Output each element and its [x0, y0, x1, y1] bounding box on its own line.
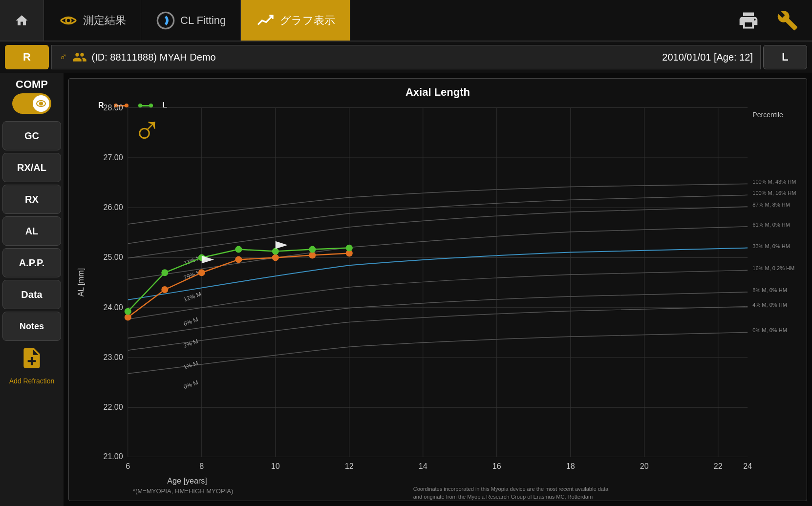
patient-id-name: (ID: 88111888) MYAH Demo — [92, 52, 216, 63]
sidebar-rxal-button[interactable]: RX/AL — [2, 153, 61, 182]
svg-text:0% M, 0% HM: 0% M, 0% HM — [752, 327, 787, 333]
svg-text:27.00: 27.00 — [103, 153, 123, 162]
graph-nav-label: グラフ表示 — [280, 13, 335, 28]
svg-point-72 — [125, 308, 131, 315]
svg-text:6% M: 6% M — [183, 316, 199, 327]
patient-header: R ♂ (ID: 88111888) MYAH Demo 2010/01/01 … — [0, 42, 812, 73]
svg-text:14: 14 — [419, 463, 427, 471]
graph-nav-item[interactable]: グラフ表示 — [241, 0, 350, 41]
svg-text:and  originate from the Myopia: and originate from the Myopia Research G… — [413, 494, 593, 500]
sidebar-data-button[interactable]: Data — [2, 280, 61, 309]
svg-text:25.00: 25.00 — [103, 253, 123, 262]
svg-point-73 — [161, 269, 168, 276]
svg-text:23.00: 23.00 — [103, 353, 123, 361]
svg-text:28.00: 28.00 — [103, 104, 123, 112]
svg-text:1% M: 1% M — [183, 359, 199, 371]
toggle-knob — [33, 95, 49, 112]
svg-point-75 — [235, 246, 242, 253]
svg-point-77 — [309, 246, 316, 253]
svg-text:2% M: 2% M — [183, 337, 199, 349]
svg-text:4% M, 0% HM: 4% M, 0% HM — [752, 302, 787, 308]
svg-text:*(M=MYOPIA, HM=HIGH MYOPIA): *(M=MYOPIA, HM=HIGH MYOPIA) — [133, 487, 234, 495]
measurements-nav-item[interactable]: 測定結果 — [44, 0, 141, 41]
cl-fitting-nav-item[interactable]: CL Fitting — [141, 0, 241, 41]
axial-length-chart-svg: 28.00 27.00 26.00 25.00 24.00 23.00 22.0… — [69, 79, 807, 501]
svg-text:6: 6 — [126, 463, 130, 471]
svg-point-68 — [235, 256, 242, 263]
add-refraction-icon — [20, 346, 44, 375]
svg-point-78 — [346, 245, 353, 252]
svg-text:12: 12 — [345, 463, 354, 471]
svg-text:100% M, 16% HM: 100% M, 16% HM — [752, 190, 796, 196]
gender-icon: ♂ — [59, 51, 67, 63]
svg-text:10: 10 — [271, 463, 280, 471]
settings-button[interactable] — [773, 6, 802, 35]
svg-point-66 — [161, 286, 168, 293]
svg-point-0 — [66, 18, 71, 23]
svg-point-70 — [309, 252, 316, 259]
svg-text:18: 18 — [566, 463, 575, 471]
sidebar-al-button[interactable]: AL — [2, 216, 61, 246]
top-navigation: 測定結果 CL Fitting グラフ表示 — [0, 0, 812, 42]
svg-text:87% M, 8% HM: 87% M, 8% HM — [752, 202, 790, 208]
comp-label: COMP — [16, 78, 48, 91]
home-nav-item[interactable] — [0, 0, 44, 41]
svg-text:8% M, 0% HM: 8% M, 0% HM — [752, 287, 787, 293]
svg-text:Coordinates incorporated in th: Coordinates incorporated in this Myopia … — [413, 486, 609, 492]
svg-text:Age [years]: Age [years] — [167, 477, 207, 485]
chart-area: Axial Length R L ♂ — [64, 73, 812, 506]
sidebar-notes-button[interactable]: Notes — [2, 312, 61, 341]
comp-toggle-switch[interactable] — [12, 93, 51, 114]
sidebar-rx-button[interactable]: RX — [2, 185, 61, 214]
nav-right-tools — [724, 6, 812, 35]
patient-info-bar: ♂ (ID: 88111888) MYAH Demo 2010/01/01 [A… — [51, 45, 761, 69]
svg-text:33% M, 0% HM: 33% M, 0% HM — [752, 243, 790, 249]
sidebar-gc-button[interactable]: GC — [2, 121, 61, 150]
cl-fitting-nav-label: CL Fitting — [180, 14, 226, 27]
main-content: COMP GC RX/AL RX AL A.P.P. Data Notes Ad… — [0, 73, 812, 506]
measurements-nav-label: 測定結果 — [83, 13, 126, 28]
svg-text:12% M: 12% M — [183, 291, 202, 303]
sidebar-app-button[interactable]: A.P.P. — [2, 248, 61, 277]
comp-toggle: COMP — [12, 78, 51, 114]
svg-text:Percentile: Percentile — [752, 111, 783, 119]
left-eye-button[interactable]: L — [763, 45, 807, 69]
svg-text:16% M, 0.2% HM: 16% M, 0.2% HM — [752, 265, 794, 271]
svg-text:26.00: 26.00 — [103, 203, 123, 211]
svg-text:61% M, 0% HM: 61% M, 0% HM — [752, 222, 790, 228]
svg-text:24.00: 24.00 — [103, 303, 123, 312]
add-refraction-button[interactable]: Add Refraction — [2, 343, 61, 387]
svg-point-69 — [272, 254, 279, 261]
svg-text:24: 24 — [743, 463, 752, 471]
svg-text:20: 20 — [640, 463, 649, 471]
print-button[interactable] — [734, 6, 763, 35]
svg-text:21.00: 21.00 — [103, 452, 123, 461]
patient-dob: 2010/01/01 [Age: 12] — [662, 52, 753, 63]
add-refraction-label: Add Refraction — [9, 377, 55, 385]
svg-text:100% M, 43% HM: 100% M, 43% HM — [752, 179, 796, 185]
patient-group-icon — [72, 50, 87, 64]
right-eye-button[interactable]: R — [5, 45, 49, 69]
toggle-eye-icon — [36, 100, 46, 107]
svg-text:8: 8 — [199, 463, 204, 471]
svg-text:22.00: 22.00 — [103, 403, 123, 411]
chart-container: Axial Length R L ♂ — [68, 78, 807, 501]
svg-text:22: 22 — [714, 463, 723, 471]
svg-point-1 — [157, 12, 173, 28]
svg-text:16: 16 — [492, 463, 501, 471]
svg-text:0% M: 0% M — [183, 379, 199, 390]
svg-point-76 — [272, 248, 279, 255]
svg-text:AL [mm]: AL [mm] — [77, 268, 85, 297]
svg-point-65 — [125, 314, 131, 321]
sidebar: COMP GC RX/AL RX AL A.P.P. Data Notes Ad… — [0, 73, 64, 506]
